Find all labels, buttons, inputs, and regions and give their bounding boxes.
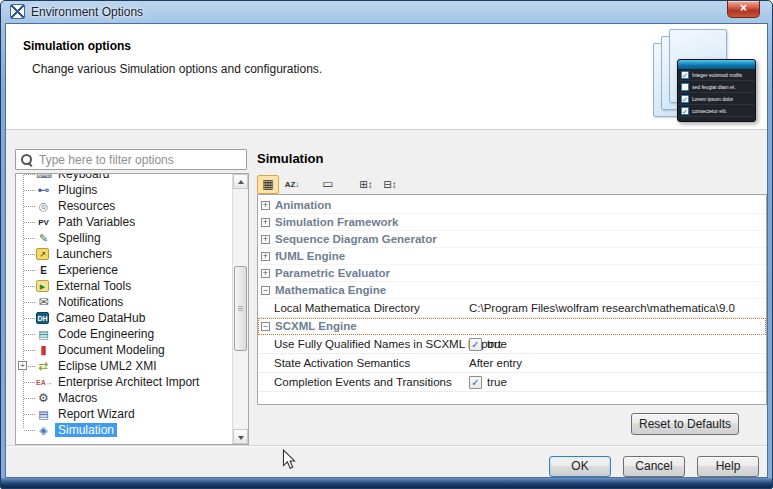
launchers-icon: ↗	[36, 248, 49, 260]
expand-icon[interactable]: +	[18, 361, 27, 370]
sidebar-item-code-engineering[interactable]: ▤Code Engineering	[16, 326, 231, 342]
checklist-rows: ✓Integer euismod mollissed feugiat diam …	[678, 69, 755, 117]
options-tree-panel: ⌨Keyboard⊷Plugins◎ResourcesPVPath Variab…	[15, 173, 249, 445]
categorized-view-button[interactable]: ▦	[257, 175, 279, 194]
sidebar-item-label: Macros	[55, 391, 100, 405]
notifications-icon: ✉	[36, 296, 51, 309]
scrollbar-thumb[interactable]	[234, 266, 247, 351]
expand-group-icon[interactable]: +	[261, 201, 270, 210]
sidebar-item-launchers[interactable]: ↗Launchers	[16, 246, 231, 262]
sidebar-item-report-wizard[interactable]: ▤Report Wizard	[16, 406, 231, 422]
sidebar-item-document-modeling[interactable]: ▮Document Modeling	[16, 342, 231, 358]
sidebar-item-label: Launchers	[53, 247, 115, 261]
show-description-button[interactable]: ▭	[317, 175, 339, 194]
expand-group-icon[interactable]: +	[261, 218, 270, 227]
property-value[interactable]: C:\Program Files\wolfram research\mathem…	[469, 302, 766, 314]
environment-options-dialog: Environment Options × Simulation options…	[0, 0, 773, 489]
property-value-text: true	[487, 338, 507, 350]
checked-checkbox-icon: ✓	[681, 71, 689, 79]
property-row-local-mathematica-directory[interactable]: Local Mathematica DirectoryC:\Program Fi…	[258, 299, 766, 318]
sidebar-item-spelling[interactable]: ✎Spelling	[16, 230, 231, 246]
scroll-up-icon[interactable]	[233, 174, 248, 189]
collapse-group-icon[interactable]: −	[261, 322, 270, 331]
property-row-use-fully-qualified-names-in-scxml-export[interactable]: Use Fully Qualified Names in SCXML Expor…	[258, 335, 766, 354]
sidebar-item-cameo-datahub[interactable]: DHCameo DataHub	[16, 310, 231, 326]
property-value[interactable]: After entry	[469, 357, 766, 369]
macros-icon: ⚙	[36, 392, 51, 405]
expand-group-icon[interactable]: +	[261, 252, 270, 261]
properties-grid: +Animation+Simulation Framework+Sequence…	[257, 194, 767, 405]
sidebar-item-label: Keyboard	[55, 173, 112, 181]
sidebar-item-enterprise-architect-import[interactable]: EA→Enterprise Architect Import	[16, 374, 231, 390]
sidebar-item-experience[interactable]: EExperience	[16, 262, 231, 278]
group-simulation-framework[interactable]: +Simulation Framework	[258, 214, 766, 231]
report-wizard-icon: ▤	[36, 408, 51, 421]
banner-title: Simulation options	[23, 39, 131, 53]
banner-subtitle: Change various Simulation options and co…	[32, 62, 322, 76]
property-label: Use Fully Qualified Names in SCXML Expor…	[258, 338, 469, 350]
path-variables-icon: PV	[36, 216, 51, 229]
sidebar-item-label: Eclipse UML2 XMI	[55, 359, 160, 373]
sidebar-item-label: Code Engineering	[55, 327, 157, 341]
expand-all-button[interactable]: ⊞↕	[355, 175, 377, 194]
checklist-item: ✓Lorem ipsum dolor	[678, 93, 755, 105]
checklist-header	[678, 60, 755, 69]
sidebar-item-label: Document Modeling	[55, 343, 168, 357]
checklist-label: Lorem ipsum dolor	[692, 96, 733, 102]
simulation-icon: ◈	[36, 424, 51, 437]
property-label: Completion Events and Transitions	[258, 376, 469, 388]
sidebar-item-plugins[interactable]: ⊷Plugins	[16, 182, 231, 198]
filter-input[interactable]	[37, 152, 242, 168]
checklist-item: ✓Integer euismod mollis	[678, 69, 755, 81]
expand-group-icon[interactable]: +	[261, 269, 270, 278]
group-animation[interactable]: +Animation	[258, 197, 766, 214]
property-value-text: true	[487, 376, 507, 388]
sidebar-item-label: External Tools	[53, 279, 134, 293]
sidebar-item-label: Plugins	[55, 183, 100, 197]
group-fuml-engine[interactable]: +fUML Engine	[258, 248, 766, 265]
sidebar-item-external-tools[interactable]: ▶External Tools	[16, 278, 231, 294]
expand-group-icon[interactable]: +	[261, 235, 270, 244]
help-button[interactable]: Help	[697, 456, 759, 477]
group-mathematica-engine[interactable]: −Mathematica Engine	[258, 282, 766, 299]
reset-to-defaults-button[interactable]: Reset to Defaults	[631, 413, 739, 435]
sidebar-item-simulation[interactable]: ◈Simulation	[16, 422, 231, 438]
sidebar-item-notifications[interactable]: ✉Notifications	[16, 294, 231, 310]
property-row-completion-events-and-transitions[interactable]: Completion Events and Transitions✓true	[258, 373, 766, 392]
plugins-icon: ⊷	[36, 184, 51, 197]
property-row-state-activation-semantics[interactable]: State Activation SemanticsAfter entry	[258, 354, 766, 373]
sidebar-item-label: Experience	[55, 263, 121, 277]
collapse-all-button[interactable]: ⊟↕	[379, 175, 401, 194]
checklist-item: ✓consectetur elit.	[678, 105, 755, 117]
property-value[interactable]: ✓true	[469, 338, 766, 351]
property-label: Local Mathematica Directory	[258, 302, 469, 314]
checkbox[interactable]: ✓	[469, 338, 482, 351]
group-sequence-diagram-generator[interactable]: +Sequence Diagram Generator	[258, 231, 766, 248]
external-tools-icon: ▶	[36, 280, 49, 292]
sidebar-item-label: Enterprise Architect Import	[55, 375, 202, 389]
sidebar-item-label: Notifications	[55, 295, 126, 309]
sidebar-item-keyboard[interactable]: ⌨Keyboard	[16, 173, 231, 182]
close-icon[interactable]: ×	[727, 1, 760, 18]
group-parametric-evaluator[interactable]: +Parametric Evaluator	[258, 265, 766, 282]
collapse-group-icon[interactable]: −	[261, 286, 270, 295]
properties-toolbar: ▦AZ↓▭⊞↕⊟↕	[257, 174, 403, 194]
sidebar-item-eclipse-uml2-xmi[interactable]: +⇄Eclipse UML2 XMI	[16, 358, 231, 374]
cancel-button[interactable]: Cancel	[623, 456, 685, 477]
group-scxml-engine[interactable]: −SCXML Engine	[258, 318, 766, 335]
sidebar-item-label: Simulation	[55, 423, 117, 437]
property-value[interactable]: ✓true	[469, 376, 766, 389]
tree-scrollbar[interactable]	[232, 174, 248, 444]
sidebar-item-path-variables[interactable]: PVPath Variables	[16, 214, 231, 230]
scroll-down-icon[interactable]	[233, 429, 248, 444]
group-label: fUML Engine	[275, 250, 345, 262]
cameo-datahub-icon: DH	[36, 312, 49, 324]
sidebar-item-macros[interactable]: ⚙Macros	[16, 390, 231, 406]
options-illustration: ✓Integer euismod mollissed feugiat diam …	[651, 29, 759, 127]
checkbox[interactable]: ✓	[469, 376, 482, 389]
sidebar-item-resources[interactable]: ◎Resources	[16, 198, 231, 214]
ok-button[interactable]: OK	[549, 456, 611, 477]
sort-alphabetically-button[interactable]: AZ↓	[281, 175, 303, 194]
mouse-cursor	[282, 449, 296, 470]
title-bar[interactable]: Environment Options ×	[1, 1, 772, 23]
